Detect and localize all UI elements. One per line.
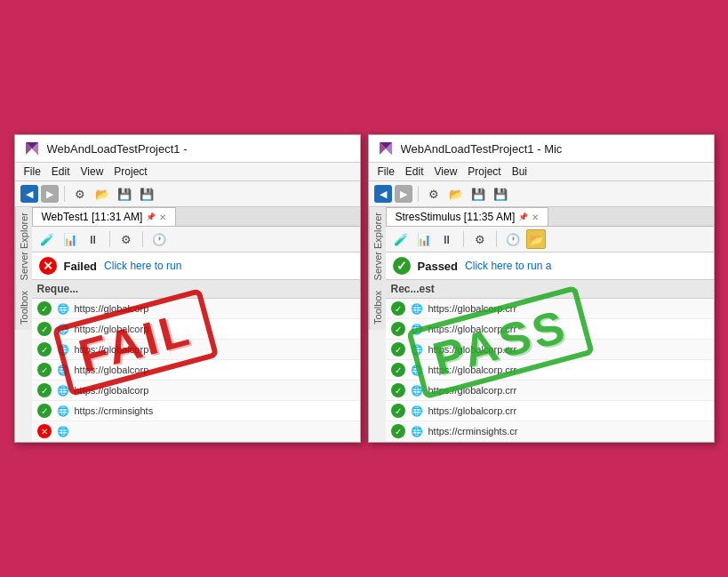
row-url: https://globalcorp [75, 385, 355, 396]
right-content-area: StresStimulus [11:35 AM] 📌 ✕ 🧪 📊 ⏸ ⚙ 🕐 📂 [386, 207, 714, 442]
row-pass-icon [391, 404, 405, 418]
row-url: https://globalcorp.crr [428, 344, 708, 355]
right-tab-close-icon[interactable]: ✕ [532, 212, 539, 222]
save2-icon-left[interactable]: 💾 [137, 184, 156, 204]
left-menu-bar: File Edit View Project [15, 163, 360, 181]
clock-icon-right[interactable]: 🕐 [503, 229, 523, 249]
menu-file-right[interactable]: File [378, 165, 395, 178]
right-tab-label: StresStimulus [11:35 AM] [396, 211, 516, 223]
row-pass-icon [37, 322, 52, 336]
row-pass-icon [37, 404, 52, 418]
folder-open-icon-right[interactable]: 📂 [526, 229, 546, 249]
left-status-text: Failed [64, 260, 98, 273]
save-icon-left[interactable]: 💾 [115, 184, 134, 204]
settings-icon-left[interactable]: ⚙ [116, 229, 136, 249]
chart-icon-left[interactable]: 📊 [60, 229, 80, 249]
row-pass-icon [37, 383, 52, 397]
save2-icon-right[interactable]: 💾 [491, 184, 510, 204]
globe-icon [57, 384, 69, 397]
flask-icon-left[interactable]: 🧪 [37, 229, 57, 249]
row-pass-icon [37, 363, 52, 377]
globe-icon [57, 364, 69, 376]
table-row: https://globalcorp [32, 319, 360, 340]
right-status-icon [393, 257, 411, 275]
left-tab[interactable]: WebTest1 [11:31 AM] 📌 ✕ [32, 207, 177, 226]
row-url: https://crminsights [75, 405, 355, 416]
fwd-button-left[interactable]: ▶ [41, 185, 59, 203]
globe-icon [411, 405, 423, 417]
row-pass-icon [391, 363, 405, 377]
left-status-icon [39, 257, 57, 275]
main-container: WebAndLoadTestProject1 - File Edit View … [4, 124, 725, 453]
clock-icon-left[interactable]: 🕐 [149, 229, 169, 249]
folder-icon-right[interactable]: 📂 [446, 184, 466, 204]
fwd-button-right[interactable]: ▶ [395, 185, 412, 203]
globe-icon [57, 405, 69, 417]
globe-icon [411, 323, 423, 335]
left-main-content: Server Explorer Toolbox WebTest1 [11:31 … [15, 207, 360, 442]
sep2-right [463, 231, 464, 247]
globe-icon [57, 343, 69, 356]
row-url: https://globalcorp.crr [428, 405, 708, 416]
globe-icon [411, 343, 423, 356]
flask-icon-right[interactable]: 🧪 [391, 229, 411, 249]
row-url: https://globalcorp.crr [428, 303, 708, 314]
sep2-left [109, 231, 110, 247]
row-pass-icon [391, 301, 405, 316]
chart-icon-right[interactable]: 📊 [414, 229, 434, 249]
left-request-header: Reque... [32, 280, 360, 299]
menu-project-right[interactable]: Project [468, 165, 500, 178]
gear-icon-right[interactable]: ⚙ [424, 184, 444, 204]
folder-icon-left[interactable]: 📂 [92, 184, 112, 204]
menu-view-right[interactable]: View [435, 165, 458, 178]
right-tab-pin-icon[interactable]: 📌 [518, 212, 528, 221]
gear-icon-left[interactable]: ⚙ [70, 184, 90, 204]
table-row: https://globalcorp.crr [386, 319, 714, 340]
right-tab[interactable]: StresStimulus [11:35 AM] 📌 ✕ [386, 207, 549, 226]
save-icon-right[interactable]: 💾 [468, 184, 488, 204]
left-tab-close-icon[interactable]: ✕ [159, 212, 166, 222]
menu-edit-right[interactable]: Edit [405, 165, 424, 178]
row-pass-icon [391, 424, 405, 438]
left-tab-label: WebTest1 [11:31 AM] [42, 211, 143, 223]
row-pass-icon [391, 342, 405, 357]
pause-icon-right[interactable]: ⏸ [437, 229, 457, 249]
sep1-right [418, 186, 419, 202]
table-row: https://globalcorp [32, 340, 360, 360]
right-sub-toolbar: 🧪 📊 ⏸ ⚙ 🕐 📂 [386, 227, 714, 252]
row-url: https://globalcorp.crr [428, 324, 708, 334]
menu-edit-left[interactable]: Edit [52, 165, 70, 178]
right-status-link[interactable]: Click here to run a [465, 260, 551, 272]
globe-icon [57, 323, 69, 335]
menu-project-left[interactable]: Project [114, 165, 147, 178]
right-toolbar: ◀ ▶ ⚙ 📂 💾 💾 [369, 181, 714, 207]
left-status-bar: Failed Click here to run [32, 252, 360, 280]
right-panel: WebAndLoadTestProject1 - Mic File Edit V… [368, 134, 715, 443]
right-menu-bar: File Edit View Project Bui [369, 163, 714, 181]
right-status-bar: Passed Click here to run a [386, 252, 714, 280]
back-button-right[interactable]: ◀ [374, 185, 392, 203]
back-button-left[interactable]: ◀ [20, 185, 38, 203]
table-row: https://globalcorp [32, 360, 360, 381]
right-request-list: Rec...est https://globalcorp.crr https:/… [386, 280, 714, 442]
menu-view-left[interactable]: View [81, 165, 104, 178]
left-status-link[interactable]: Click here to run [104, 260, 181, 272]
left-server-explorer-label: Server Explorer [15, 207, 32, 285]
left-content-area: WebTest1 [11:31 AM] 📌 ✕ 🧪 📊 ⏸ ⚙ 🕐 [32, 207, 360, 442]
sep3-left [142, 231, 143, 247]
globe-icon [411, 364, 423, 376]
table-row: https://globalcorp.crr [386, 299, 714, 319]
menu-file-left[interactable]: File [24, 165, 41, 178]
settings-icon-right[interactable]: ⚙ [470, 229, 490, 249]
right-status-text: Passed [418, 260, 459, 273]
pause-icon-left[interactable]: ⏸ [84, 229, 103, 249]
globe-icon [411, 302, 423, 315]
left-tab-pin-icon[interactable]: 📌 [146, 212, 156, 221]
table-row: https://crminsights [32, 401, 360, 421]
table-row: https://globalcorp.crr [386, 381, 714, 401]
right-main-content: Server Explorer Toolbox StresStimulus [1… [369, 207, 714, 442]
row-url: https://crminsights.cr [428, 426, 708, 437]
left-toolbar: ◀ ▶ ⚙ 📂 💾 💾 [15, 181, 360, 207]
menu-build-right[interactable]: Bui [512, 165, 527, 178]
right-request-col-label: Rec...est [391, 283, 435, 295]
